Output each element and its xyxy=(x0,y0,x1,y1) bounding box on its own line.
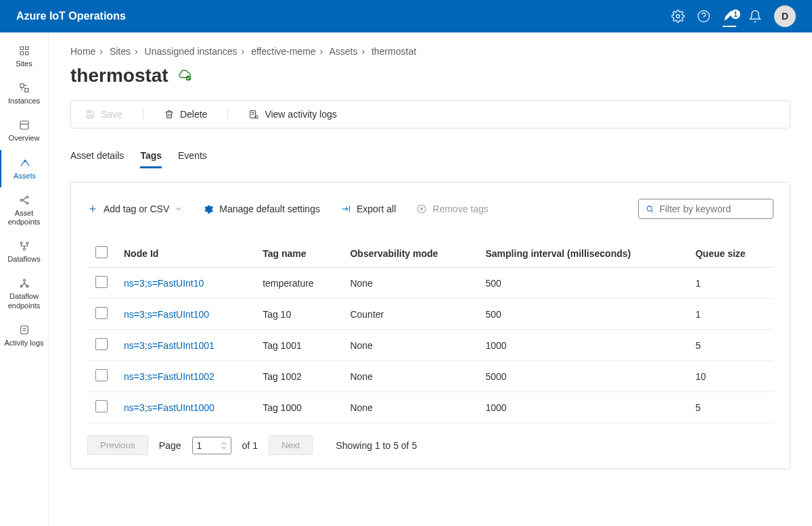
row-checkbox[interactable] xyxy=(95,338,108,350)
table-row[interactable]: ns=3;s=FastUInt1001 Tag 1001 None 1000 5 xyxy=(87,330,773,361)
breadcrumb-assets[interactable]: Assets xyxy=(329,46,357,57)
tab-tags[interactable]: Tags xyxy=(140,146,162,168)
tag-name-cell: temperature xyxy=(254,268,342,299)
main-content: Home› Sites› Unassigned instances› effec… xyxy=(49,32,812,526)
breadcrumb-current: thermostat xyxy=(371,46,416,57)
breadcrumb-home[interactable]: Home xyxy=(70,46,95,57)
sidebar-item-activity-logs[interactable]: Activity logs xyxy=(0,317,48,354)
delete-button[interactable]: Delete xyxy=(164,109,207,120)
col-sampling[interactable]: Sampling interval (milliseconds) xyxy=(477,239,687,268)
pager: Previous Page 1 of 1 Next Showing 1 to 5… xyxy=(87,435,773,455)
notifications-icon[interactable] xyxy=(748,9,762,23)
sidebar-item-sites[interactable]: Sites xyxy=(0,38,48,75)
svg-rect-4 xyxy=(24,89,28,92)
observability-cell: None xyxy=(342,361,477,392)
row-checkbox[interactable] xyxy=(95,400,108,412)
queue-cell: 1 xyxy=(687,268,773,299)
queue-cell: 1 xyxy=(687,299,773,330)
breadcrumb-sites[interactable]: Sites xyxy=(110,46,131,57)
row-checkbox[interactable] xyxy=(95,307,108,319)
svg-point-16 xyxy=(23,279,25,281)
col-node-id[interactable]: Node Id xyxy=(116,239,254,268)
svg-point-10 xyxy=(26,202,28,204)
previous-button: Previous xyxy=(87,435,148,455)
node-id-link[interactable]: ns=3;s=FastUInt1001 xyxy=(116,330,254,361)
table-row[interactable]: ns=3;s=FastUInt100 Tag 10 Counter 500 1 xyxy=(87,299,773,330)
observability-cell: None xyxy=(342,392,477,423)
filter-input[interactable] xyxy=(659,204,766,214)
tab-events[interactable]: Events xyxy=(178,146,207,168)
svg-rect-21 xyxy=(88,111,91,113)
topbar: Azure IoT Operations 1 D xyxy=(0,0,812,32)
row-checkbox[interactable] xyxy=(95,276,108,288)
svg-point-1 xyxy=(698,11,710,22)
tag-name-cell: Tag 1002 xyxy=(254,361,342,392)
feedback-icon[interactable]: 1 xyxy=(723,14,736,27)
user-avatar[interactable]: D xyxy=(774,5,796,27)
app-title: Azure IoT Operations xyxy=(16,10,126,22)
help-icon[interactable] xyxy=(697,9,710,23)
node-id-link[interactable]: ns=3;s=FastUInt1002 xyxy=(116,361,254,392)
topbar-actions: 1 D xyxy=(671,5,796,27)
page-input[interactable]: 1 xyxy=(192,437,231,454)
action-bar: Save Delete View activity logs xyxy=(70,100,790,128)
col-tag-name[interactable]: Tag name xyxy=(254,239,342,268)
tags-panel: Add tag or CSV Manage default settings E… xyxy=(70,182,790,469)
node-id-link[interactable]: ns=3;s=FastUInt1000 xyxy=(116,392,254,423)
add-tag-button[interactable]: Add tag or CSV xyxy=(87,204,183,214)
svg-rect-3 xyxy=(20,84,24,87)
table-row[interactable]: ns=3;s=FastUInt1000 Tag 1000 None 1000 5 xyxy=(87,392,773,423)
sidebar-item-assets[interactable]: Assets xyxy=(0,150,48,187)
cloud-synced-icon xyxy=(177,68,191,85)
sidebar-item-dataflow-endpoints[interactable]: Dataflow endpoints xyxy=(0,270,48,316)
next-button: Next xyxy=(269,435,313,455)
queue-cell: 10 xyxy=(687,361,773,392)
sidebar-item-instances[interactable]: Instances xyxy=(0,75,48,112)
sidebar: Sites Instances Overview Assets Asset en… xyxy=(0,32,49,526)
sidebar-item-overview[interactable]: Overview xyxy=(0,112,48,149)
tag-name-cell: Tag 1000 xyxy=(254,392,342,423)
feedback-badge: 1 xyxy=(731,9,740,19)
row-checkbox[interactable] xyxy=(95,369,108,381)
col-queue[interactable]: Queue size xyxy=(687,239,773,268)
table-row[interactable]: ns=3;s=FastUInt1002 Tag 1002 None 5000 1… xyxy=(87,361,773,392)
breadcrumb-unassigned[interactable]: Unassigned instances xyxy=(145,46,238,57)
svg-point-9 xyxy=(26,196,28,198)
svg-point-34 xyxy=(647,206,652,211)
settings-icon[interactable] xyxy=(671,9,685,23)
select-all-checkbox[interactable] xyxy=(95,246,108,258)
sampling-cell: 1000 xyxy=(477,392,687,423)
queue-cell: 5 xyxy=(687,330,773,361)
showing-text: Showing 1 to 5 of 5 xyxy=(336,440,417,451)
svg-rect-17 xyxy=(20,326,28,334)
queue-cell: 5 xyxy=(687,392,773,423)
sidebar-item-dataflows[interactable]: Dataflows xyxy=(0,233,48,270)
page-title: thermostat xyxy=(70,65,168,87)
view-activity-logs-button[interactable]: View activity logs xyxy=(248,109,336,120)
tags-table: Node Id Tag name Observability mode Samp… xyxy=(87,239,773,423)
sidebar-item-asset-endpoints[interactable]: Asset endpoints xyxy=(0,187,48,233)
svg-rect-5 xyxy=(20,121,28,129)
svg-point-0 xyxy=(677,15,680,18)
sampling-cell: 1000 xyxy=(477,330,687,361)
node-id-link[interactable]: ns=3;s=FastUInt10 xyxy=(116,268,254,299)
page-label: Page xyxy=(159,440,181,451)
manage-default-settings-button[interactable]: Manage default settings xyxy=(203,204,320,214)
sampling-cell: 500 xyxy=(477,268,687,299)
save-button: Save xyxy=(85,109,122,120)
tag-name-cell: Tag 10 xyxy=(254,299,342,330)
observability-cell: None xyxy=(342,268,477,299)
breadcrumb: Home› Sites› Unassigned instances› effec… xyxy=(70,46,790,57)
page-stepper-icon[interactable] xyxy=(221,441,227,450)
svg-point-11 xyxy=(20,242,22,244)
export-all-button[interactable]: Export all xyxy=(340,204,396,214)
remove-tags-button: Remove tags xyxy=(416,204,488,214)
filter-input-wrapper[interactable] xyxy=(638,199,773,219)
tabs: Asset details Tags Events xyxy=(70,146,790,168)
breadcrumb-instance[interactable]: effective-meme xyxy=(251,46,315,57)
node-id-link[interactable]: ns=3;s=FastUInt100 xyxy=(116,299,254,330)
sampling-cell: 500 xyxy=(477,299,687,330)
tab-asset-details[interactable]: Asset details xyxy=(70,146,124,168)
col-observability[interactable]: Observability mode xyxy=(342,239,477,268)
table-row[interactable]: ns=3;s=FastUInt10 temperature None 500 1 xyxy=(87,268,773,299)
